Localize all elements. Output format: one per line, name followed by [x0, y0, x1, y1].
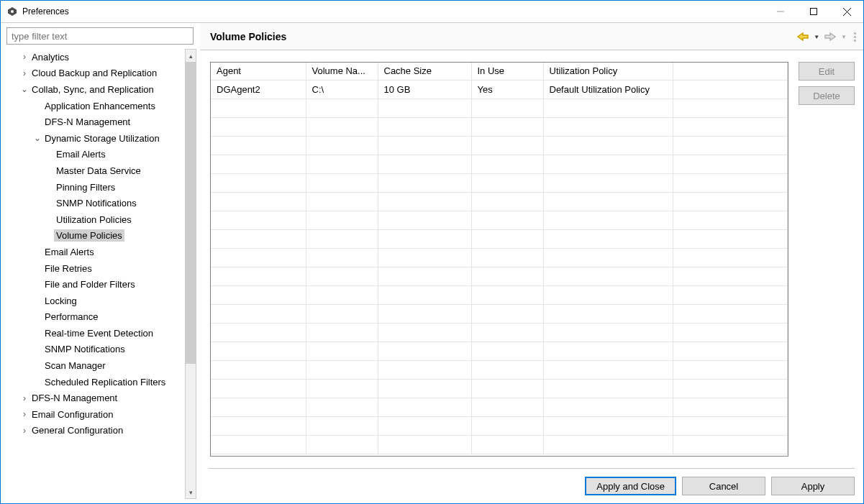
table-row[interactable]: DGAgent2 C:\ 10 GB Yes Default Utilizati…	[211, 80, 788, 98]
table-row: .	[211, 398, 788, 416]
toolbar-menu-icon[interactable]	[851, 32, 856, 42]
tree-item-master-data[interactable]: ·Master Data Service	[6, 162, 185, 179]
table-row: .	[211, 379, 788, 398]
col-cache[interactable]: Cache Size	[378, 63, 471, 80]
table-row: .	[211, 360, 788, 379]
main-panel: Volume Policies ▼ ▼	[200, 23, 863, 503]
tree-item-volume-policies[interactable]: ·Volume Policies	[6, 228, 185, 244]
apply-button[interactable]: Apply	[771, 477, 855, 495]
tree-item-realtime-event[interactable]: ·Real-time Event Detection	[6, 325, 185, 342]
table-row: .	[211, 229, 788, 248]
table-row: .	[211, 98, 788, 117]
scroll-thumb[interactable]	[186, 62, 196, 364]
tree-item-cloud-backup[interactable]: ›Cloud Backup and Replication	[6, 65, 185, 82]
tree-item-dfsn-mgmt[interactable]: ·DFS-N Management	[6, 114, 185, 130]
content-area: ›Analytics ›Cloud Backup and Replication…	[1, 22, 863, 503]
tree-item-analytics[interactable]: ›Analytics	[6, 49, 185, 65]
chevron-right-icon: ›	[19, 410, 29, 418]
cell-volume: C:\	[306, 80, 378, 98]
volume-policies-table: Agent Volume Na... Cache Size In Use Uti…	[210, 62, 788, 457]
cell-inuse: Yes	[471, 80, 543, 98]
chevron-down-icon: ⌄	[19, 85, 29, 93]
dialog-footer: Apply and Close Cancel Apply	[200, 469, 863, 503]
apply-and-close-button[interactable]: Apply and Close	[585, 477, 676, 495]
window-title: Preferences	[22, 6, 69, 17]
table-row: .	[211, 173, 788, 192]
app-icon	[6, 6, 18, 17]
col-spacer	[673, 63, 788, 80]
table-row: .	[211, 155, 788, 173]
filter-input[interactable]	[6, 27, 194, 45]
table-row: .	[211, 267, 788, 285]
window-minimize-button[interactable]	[764, 1, 797, 22]
scroll-down-icon[interactable]: ▾	[186, 486, 196, 498]
table-row: .	[211, 285, 788, 304]
forward-dropdown-icon[interactable]: ▼	[841, 34, 847, 40]
tree-item-dynamic-storage[interactable]: ⌄Dynamic Storage Utilization	[6, 130, 185, 147]
cell-policy: Default Utilization Policy	[543, 80, 673, 98]
col-volume[interactable]: Volume Na...	[306, 63, 378, 80]
table-row: .	[211, 416, 788, 435]
chevron-right-icon: ›	[19, 426, 29, 435]
table-row: .	[211, 323, 788, 342]
svg-rect-3	[811, 9, 817, 15]
window-maximize-button[interactable]	[797, 1, 830, 22]
header-toolbar: ▼ ▼	[796, 30, 856, 43]
window-close-button[interactable]	[830, 1, 863, 22]
tree-item-email-alerts-dsu[interactable]: ·Email Alerts	[6, 147, 185, 163]
delete-button[interactable]: Delete	[799, 86, 855, 105]
tree-item-email-config[interactable]: ›Email Configuration	[6, 406, 185, 423]
col-policy[interactable]: Utilization Policy	[543, 63, 673, 80]
tree-item-dfsn-mgmt-top[interactable]: ›DFS-N Management	[6, 390, 185, 406]
main-header: Volume Policies ▼ ▼	[200, 23, 863, 50]
col-agent[interactable]: Agent	[211, 63, 306, 80]
table-row: .	[211, 211, 788, 229]
chevron-right-icon: ›	[19, 52, 29, 61]
col-inuse[interactable]: In Use	[471, 63, 543, 80]
tree-item-utilization-policies[interactable]: ·Utilization Policies	[6, 211, 185, 228]
edit-button[interactable]: Edit	[799, 62, 855, 81]
table-row: .	[211, 435, 788, 454]
table-row: .	[211, 136, 788, 155]
sidebar-scrollbar[interactable]: ▴ ▾	[185, 49, 196, 499]
tree-item-snmp-dsu[interactable]: ·SNMP Notifications	[6, 195, 185, 211]
preferences-tree[interactable]: ›Analytics ›Cloud Backup and Replication…	[6, 49, 185, 499]
tree-item-performance[interactable]: ·Performance	[6, 309, 185, 326]
tree-item-locking[interactable]: ·Locking	[6, 293, 185, 309]
forward-icon[interactable]	[824, 30, 837, 43]
tree-item-scan-manager[interactable]: ·Scan Manager	[6, 357, 185, 374]
svg-point-1	[11, 10, 14, 13]
tree-item-pinning-filters[interactable]: ·Pinning Filters	[6, 179, 185, 196]
table-row: .	[211, 117, 788, 136]
chevron-right-icon: ›	[19, 394, 29, 403]
tree-item-app-enhancements[interactable]: ·Application Enhancements	[6, 98, 185, 114]
table-header-row: Agent Volume Na... Cache Size In Use Uti…	[211, 63, 788, 80]
sidebar: ›Analytics ›Cloud Backup and Replication…	[1, 23, 200, 503]
cell-agent: DGAgent2	[211, 80, 306, 98]
tree-item-file-retries[interactable]: ·File Retries	[6, 260, 185, 277]
tree-item-snmp[interactable]: ·SNMP Notifications	[6, 342, 185, 358]
tree-item-scheduled-replication[interactable]: ·Scheduled Replication Filters	[6, 374, 185, 390]
chevron-down-icon: ⌄	[32, 134, 42, 142]
table-row: .	[211, 304, 788, 323]
side-button-column: Edit Delete	[799, 62, 855, 457]
table-row: .	[211, 248, 788, 267]
title-bar: Preferences	[1, 1, 863, 22]
cancel-button[interactable]: Cancel	[682, 477, 765, 495]
scroll-up-icon[interactable]: ▴	[186, 50, 196, 62]
tree-item-file-folder-filters[interactable]: ·File and Folder Filters	[6, 276, 185, 293]
table-row: .	[211, 342, 788, 360]
cell-cache: 10 GB	[378, 80, 471, 98]
back-dropdown-icon[interactable]: ▼	[814, 34, 819, 40]
tree-item-collab-sync[interactable]: ⌄Collab, Sync, and Replication	[6, 81, 185, 98]
chevron-right-icon: ›	[19, 69, 29, 78]
page-title: Volume Policies	[210, 31, 286, 42]
table-row: .	[211, 192, 788, 211]
tree-item-email-alerts[interactable]: ·Email Alerts	[6, 244, 185, 260]
tree-item-general-config[interactable]: ›General Configuration	[6, 423, 185, 439]
back-icon[interactable]	[796, 30, 809, 43]
